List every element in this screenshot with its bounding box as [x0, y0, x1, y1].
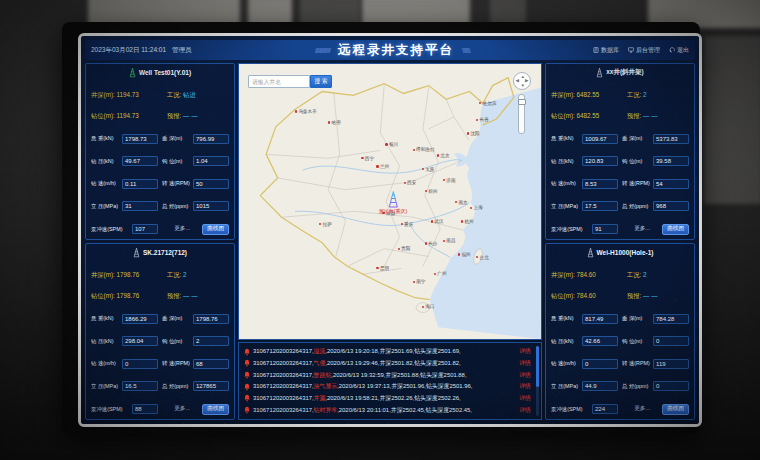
- alarm-bell-icon: [244, 406, 250, 414]
- map-pan-control[interactable]: ▲ ▼ ◀ ▶: [513, 72, 531, 90]
- database-button[interactable]: 数据库: [593, 46, 619, 55]
- search-input[interactable]: [248, 75, 310, 88]
- map-city-label: 兰州: [380, 164, 389, 169]
- gauge-value: 91: [592, 224, 618, 234]
- well-name: Wei-H1000(Hole-1): [597, 249, 654, 256]
- well-marker-label: 测试井(重庆): [379, 208, 407, 214]
- map-city-label: 上海: [474, 205, 483, 210]
- alarm-text: 310671202003264317,溢流,2020/6/13 19:20:18…: [253, 347, 461, 356]
- map-city-label: 拉萨: [323, 222, 332, 227]
- well-panel-2: xx井(斜井架) 井深(m): 6482.55 工况: 2 钻位(m): 648…: [545, 63, 695, 240]
- alarm-row[interactable]: 310671202003264317,溢流,2020/6/13 19:20:18…: [244, 347, 531, 356]
- gauge-label: 泵冲速(SPM): [551, 226, 589, 233]
- well-name: Well Test01(Y.01): [139, 69, 191, 76]
- forecast: 预报: — —: [627, 292, 689, 301]
- search-button[interactable]: 搜 索: [310, 75, 332, 88]
- derrick-icon: [133, 247, 140, 258]
- gauge-row: 立 压(MPa) 17.5 总 烃(ppm) 968: [551, 201, 689, 211]
- gauge-label: 垂 深(m): [622, 315, 653, 322]
- gauge-row: 钻 速(m/h) 0 转 速(RPM) 68: [91, 359, 229, 369]
- gauge-value: 68: [193, 359, 229, 369]
- alarm-detail-link[interactable]: 详情: [519, 394, 531, 403]
- gauge-row: 立 压(MPa) 31 总 烃(ppm) 1015: [91, 201, 229, 211]
- alarm-type: 钻时异常: [314, 407, 338, 413]
- map-city-label: 呼和浩特: [416, 147, 434, 152]
- monitor-screen: 2023年03月02日 11:24:01 管理员 ///////////////…: [78, 33, 702, 427]
- map-city-label: 乌鲁木齐: [298, 109, 316, 114]
- gauge-value: 1866.29: [122, 314, 158, 324]
- gauge-row: 钻 压(kN) 298.04 钩 位(m) 2: [91, 336, 229, 346]
- map-city-label: 台北: [480, 255, 489, 260]
- alarm-row[interactable]: 310671202003264317,钻时异常,2020/6/13 20:11:…: [244, 406, 531, 415]
- alarm-detail-link[interactable]: 详情: [519, 406, 531, 415]
- well-name: xx井(斜井架): [606, 68, 644, 77]
- gauge-label: 钻 压(kN): [91, 158, 122, 165]
- gauge-label: 总 烃(ppm): [162, 383, 193, 390]
- map-city-label: 杭州: [464, 219, 473, 224]
- more-link[interactable]: 更多...: [625, 225, 659, 233]
- well-panel-header: SK.21712(712): [91, 247, 229, 258]
- well-panel-header: xx井(斜井架): [551, 67, 689, 78]
- alarm-scrollbar-thumb[interactable]: [536, 346, 539, 387]
- gauge-row: 悬 重(kN) 1798.73 垂 深(m) 796.99: [91, 134, 229, 144]
- curve-button[interactable]: 曲线图: [202, 404, 229, 415]
- gauge-row: 钻 压(kN) 42.66 钩 位(m) 0: [551, 336, 689, 346]
- header-decoration-right: \\\\\\\\: [462, 47, 470, 54]
- gauge-value: 817.49: [582, 314, 618, 324]
- gauge-value: 968: [653, 201, 689, 211]
- alarm-type: 溢流: [314, 348, 326, 354]
- alarm-scrollbar[interactable]: [536, 346, 539, 416]
- well-panel-0: Well Test01(Y.01) 井深(m): 1194.73 工况: 钻进 …: [85, 63, 235, 240]
- well-name: SK.21712(712): [143, 249, 187, 256]
- background-paper: [704, 36, 760, 204]
- alarm-detail-link[interactable]: 详情: [519, 359, 531, 368]
- china-map[interactable]: 搜 索 ▲ ▼ ◀ ▶: [238, 63, 542, 340]
- gauge-value: 119: [653, 359, 689, 369]
- map-zoom-slider[interactable]: [518, 94, 525, 134]
- alarm-row[interactable]: 310671202003264317,蹩跳钻,2020/6/13 19:32:5…: [244, 371, 531, 380]
- gauge-label: 钻 速(m/h): [91, 360, 122, 367]
- gauge-value: 0.11: [122, 179, 158, 189]
- more-link[interactable]: 更多...: [625, 405, 659, 413]
- well-panel-header: Wei-H1000(Hole-1): [551, 247, 689, 258]
- logout-button[interactable]: 退出: [669, 46, 689, 55]
- alarm-detail-link[interactable]: 详情: [519, 347, 531, 356]
- bit-depth: 钻位(m): 1194.73: [91, 112, 139, 121]
- alarm-row[interactable]: 310671202003264317,油气显示,2020/6/13 19:37:…: [244, 382, 531, 391]
- gauge-value: 120.83: [582, 156, 618, 166]
- alarm-type: 蹩跳钻: [314, 372, 332, 378]
- gauge-label: 总 烃(ppm): [162, 203, 193, 210]
- more-link[interactable]: 更多...: [165, 225, 199, 233]
- gauge-value: 88: [132, 404, 158, 414]
- header-decoration-left: ////////////////: [315, 47, 330, 54]
- gauge-value: 42.66: [582, 336, 618, 346]
- dashboard: 2023年03月02日 11:24:01 管理员 ///////////////…: [81, 36, 699, 424]
- gauge-value: 17.5: [582, 201, 618, 211]
- depth-row: 井深(m): 784.60 工况: 2: [551, 271, 689, 280]
- map-city-label: 福州: [461, 252, 470, 257]
- alarm-detail-link[interactable]: 详情: [519, 382, 531, 391]
- gauge-label: 悬 重(kN): [551, 135, 582, 142]
- gauge-label: 钩 位(m): [162, 158, 193, 165]
- gauge-row: 悬 重(kN) 1866.29 垂 深(m) 1798.76: [91, 314, 229, 324]
- map-search: 搜 索: [248, 75, 332, 88]
- map-city-label: 西宁: [365, 156, 374, 161]
- alarm-row[interactable]: 310671202003264317,井漏,2020/6/13 19:58:21…: [244, 394, 531, 403]
- admin-button[interactable]: 后台管理: [628, 46, 660, 55]
- map-city-label: 银川: [389, 142, 398, 147]
- bit-row: 钻位(m): 6482.55 预报: — —: [551, 112, 689, 121]
- more-link[interactable]: 更多...: [165, 405, 199, 413]
- alarm-type: 井漏: [314, 395, 326, 401]
- alarm-row[interactable]: 310671202003264317,气侵,2020/6/13 19:29:46…: [244, 359, 531, 368]
- alarm-bell-icon: [244, 371, 250, 379]
- map-city-label: 重庆: [404, 222, 413, 227]
- gauge-row: 钻 速(m/h) 0 转 速(RPM) 119: [551, 359, 689, 369]
- curve-button[interactable]: 曲线图: [202, 224, 229, 235]
- zoom-slider-thumb[interactable]: [518, 99, 526, 105]
- map-city-label: 长春: [480, 117, 489, 122]
- gauge-label: 钻 压(kN): [551, 158, 582, 165]
- curve-button[interactable]: 曲线图: [662, 404, 689, 415]
- alarm-detail-link[interactable]: 详情: [519, 371, 531, 380]
- curve-button[interactable]: 曲线图: [662, 224, 689, 235]
- well-map-marker[interactable]: 测试井(重庆): [379, 191, 407, 214]
